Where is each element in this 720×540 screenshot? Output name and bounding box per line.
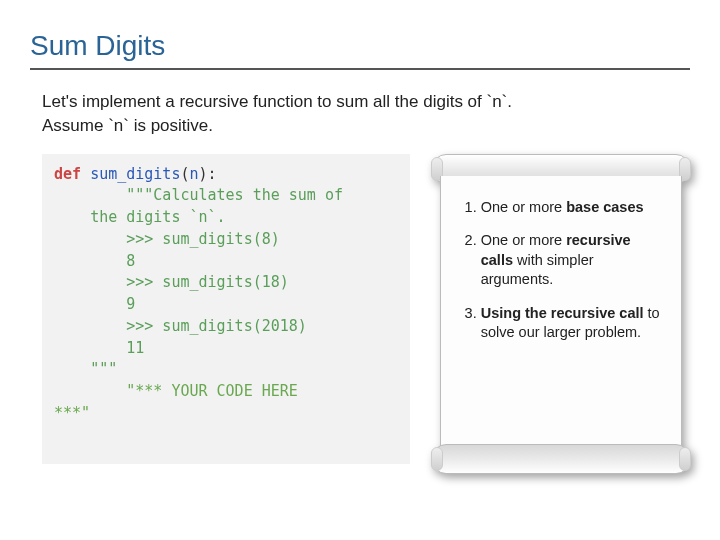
doctest-3-in: >>> sum_digits(2018): [126, 317, 307, 335]
intro-line-1: Let's implement a recursive function to …: [42, 92, 512, 111]
param-n: n: [189, 165, 198, 183]
intro-line-2: Assume `n` is positive.: [42, 116, 213, 135]
step-1-bold: base cases: [566, 199, 643, 215]
doc-line-2: the digits `n`.: [90, 208, 225, 226]
step-2-text-a: One or more: [481, 232, 566, 248]
doctest-2-in: >>> sum_digits(18): [126, 273, 289, 291]
step-2: One or more recursive calls with simpler…: [481, 231, 663, 290]
placeholder-b: ***": [54, 404, 90, 422]
doc-line-1: Calculates the sum of: [153, 186, 343, 204]
code-block: def sum_digits(n): """Calculates the sum…: [42, 154, 410, 464]
step-3: Using the recursive call to solve our la…: [481, 304, 663, 343]
scroll-body: One or more base cases One or more recur…: [440, 176, 682, 452]
docstring-close: """: [90, 360, 117, 378]
content-row: def sum_digits(n): """Calculates the sum…: [42, 154, 690, 474]
function-name: sum_digits: [90, 165, 180, 183]
doctest-3-out: 11: [126, 339, 144, 357]
scroll-curl-bottom: [432, 444, 690, 474]
step-1-text: One or more: [481, 199, 566, 215]
keyword-def: def: [54, 165, 81, 183]
docstring-open: """: [126, 186, 153, 204]
doctest-2-out: 9: [126, 295, 135, 313]
steps-list: One or more base cases One or more recur…: [463, 198, 663, 343]
doctest-1-out: 8: [126, 252, 135, 270]
slide-title: Sum Digits: [30, 30, 690, 70]
scroll-panel: One or more base cases One or more recur…: [432, 154, 690, 474]
placeholder-a: "*** YOUR CODE HERE: [126, 382, 298, 400]
doctest-1-in: >>> sum_digits(8): [126, 230, 280, 248]
intro-text: Let's implement a recursive function to …: [42, 90, 682, 138]
step-1: One or more base cases: [481, 198, 663, 218]
step-3-bold: Using the recursive call: [481, 305, 644, 321]
